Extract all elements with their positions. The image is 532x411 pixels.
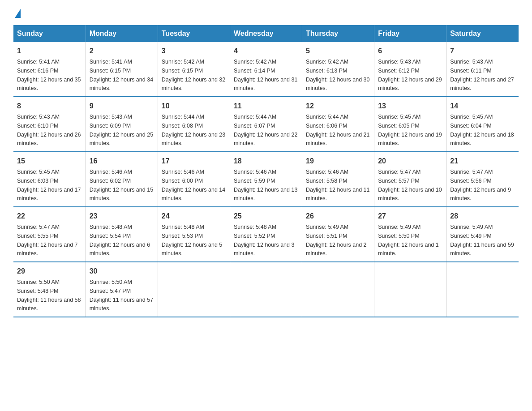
day-info: Sunrise: 5:44 AMSunset: 6:08 PMDaylight:… <box>162 114 225 146</box>
day-number: 8 <box>17 101 82 111</box>
calendar-header-row: SundayMondayTuesdayWednesdayThursdayFrid… <box>13 25 519 42</box>
day-number: 21 <box>450 156 515 167</box>
calendar-cell: 29 Sunrise: 5:50 AMSunset: 5:48 PMDaylig… <box>13 262 86 317</box>
day-number: 13 <box>378 101 442 111</box>
day-number: 11 <box>234 101 298 111</box>
day-number: 19 <box>306 156 370 167</box>
day-info: Sunrise: 5:43 AMSunset: 6:12 PMDaylight:… <box>378 59 442 91</box>
day-info: Sunrise: 5:44 AMSunset: 6:07 PMDaylight:… <box>234 114 297 146</box>
calendar-cell: 1 Sunrise: 5:41 AMSunset: 6:16 PMDayligh… <box>13 42 86 97</box>
day-info: Sunrise: 5:44 AMSunset: 6:06 PMDaylight:… <box>306 114 369 146</box>
day-info: Sunrise: 5:46 AMSunset: 6:00 PMDaylight:… <box>162 169 225 201</box>
day-info: Sunrise: 5:50 AMSunset: 5:48 PMDaylight:… <box>17 279 81 312</box>
day-info: Sunrise: 5:43 AMSunset: 6:10 PMDaylight:… <box>17 114 81 146</box>
calendar-cell: 4 Sunrise: 5:42 AMSunset: 6:14 PMDayligh… <box>230 42 302 97</box>
day-number: 6 <box>378 46 442 56</box>
page-header <box>13 9 519 16</box>
calendar-cell: 21 Sunrise: 5:47 AMSunset: 5:56 PMDaylig… <box>446 152 519 207</box>
day-number: 1 <box>17 46 82 56</box>
calendar-cell: 3 Sunrise: 5:42 AMSunset: 6:15 PMDayligh… <box>158 42 230 97</box>
day-number: 26 <box>306 211 370 222</box>
day-info: Sunrise: 5:47 AMSunset: 5:57 PMDaylight:… <box>378 169 442 201</box>
day-number: 4 <box>234 46 298 56</box>
day-info: Sunrise: 5:48 AMSunset: 5:53 PMDaylight:… <box>162 224 223 257</box>
calendar-cell: 17 Sunrise: 5:46 AMSunset: 6:00 PMDaylig… <box>158 152 230 207</box>
day-number: 2 <box>90 46 154 56</box>
day-info: Sunrise: 5:45 AMSunset: 6:04 PMDaylight:… <box>450 114 514 146</box>
calendar-cell: 15 Sunrise: 5:45 AMSunset: 6:03 PMDaylig… <box>13 152 86 207</box>
calendar-cell: 7 Sunrise: 5:43 AMSunset: 6:11 PMDayligh… <box>446 42 519 97</box>
day-number: 15 <box>17 156 82 167</box>
day-number: 7 <box>450 46 515 56</box>
day-number: 14 <box>450 101 515 111</box>
day-info: Sunrise: 5:42 AMSunset: 6:14 PMDaylight:… <box>234 59 297 91</box>
calendar-table: SundayMondayTuesdayWednesdayThursdayFrid… <box>13 25 519 317</box>
calendar-cell <box>230 262 302 317</box>
calendar-cell: 16 Sunrise: 5:46 AMSunset: 6:02 PMDaylig… <box>86 152 158 207</box>
calendar-cell: 8 Sunrise: 5:43 AMSunset: 6:10 PMDayligh… <box>13 97 86 152</box>
day-number: 18 <box>234 156 298 167</box>
day-info: Sunrise: 5:48 AMSunset: 5:52 PMDaylight:… <box>234 224 295 257</box>
day-number: 5 <box>306 46 370 56</box>
day-info: Sunrise: 5:49 AMSunset: 5:51 PMDaylight:… <box>306 224 367 257</box>
day-number: 9 <box>90 101 154 111</box>
day-info: Sunrise: 5:41 AMSunset: 6:15 PMDaylight:… <box>90 59 153 91</box>
column-header-thursday: Thursday <box>302 25 374 42</box>
calendar-cell: 22 Sunrise: 5:47 AMSunset: 5:55 PMDaylig… <box>13 207 86 262</box>
day-number: 17 <box>162 156 226 167</box>
calendar-cell <box>158 262 230 317</box>
calendar-cell: 27 Sunrise: 5:49 AMSunset: 5:50 PMDaylig… <box>374 207 446 262</box>
logo <box>13 9 21 16</box>
column-header-friday: Friday <box>374 25 446 42</box>
day-info: Sunrise: 5:43 AMSunset: 6:09 PMDaylight:… <box>90 114 153 146</box>
day-number: 3 <box>162 46 226 56</box>
calendar-cell: 14 Sunrise: 5:45 AMSunset: 6:04 PMDaylig… <box>446 97 519 152</box>
calendar-cell: 23 Sunrise: 5:48 AMSunset: 5:54 PMDaylig… <box>86 207 158 262</box>
calendar-cell: 24 Sunrise: 5:48 AMSunset: 5:53 PMDaylig… <box>158 207 230 262</box>
day-number: 12 <box>306 101 370 111</box>
column-header-monday: Monday <box>86 25 158 42</box>
calendar-week-row: 22 Sunrise: 5:47 AMSunset: 5:55 PMDaylig… <box>13 207 519 262</box>
day-info: Sunrise: 5:46 AMSunset: 5:59 PMDaylight:… <box>234 169 297 201</box>
day-info: Sunrise: 5:43 AMSunset: 6:11 PMDaylight:… <box>450 59 514 91</box>
column-header-wednesday: Wednesday <box>230 25 302 42</box>
calendar-cell: 9 Sunrise: 5:43 AMSunset: 6:09 PMDayligh… <box>86 97 158 152</box>
day-number: 27 <box>378 211 442 222</box>
day-number: 28 <box>450 211 515 222</box>
day-number: 10 <box>162 101 226 111</box>
calendar-cell: 19 Sunrise: 5:46 AMSunset: 5:58 PMDaylig… <box>302 152 374 207</box>
day-info: Sunrise: 5:42 AMSunset: 6:13 PMDaylight:… <box>306 59 369 91</box>
calendar-week-row: 29 Sunrise: 5:50 AMSunset: 5:48 PMDaylig… <box>13 262 519 317</box>
calendar-cell: 10 Sunrise: 5:44 AMSunset: 6:08 PMDaylig… <box>158 97 230 152</box>
day-info: Sunrise: 5:46 AMSunset: 6:02 PMDaylight:… <box>90 169 153 201</box>
calendar-week-row: 1 Sunrise: 5:41 AMSunset: 6:16 PMDayligh… <box>13 42 519 97</box>
day-info: Sunrise: 5:49 AMSunset: 5:50 PMDaylight:… <box>378 224 439 257</box>
calendar-cell: 6 Sunrise: 5:43 AMSunset: 6:12 PMDayligh… <box>374 42 446 97</box>
day-number: 22 <box>17 211 82 222</box>
day-number: 24 <box>162 211 226 222</box>
calendar-cell: 25 Sunrise: 5:48 AMSunset: 5:52 PMDaylig… <box>230 207 302 262</box>
day-number: 29 <box>17 266 82 277</box>
calendar-week-row: 15 Sunrise: 5:45 AMSunset: 6:03 PMDaylig… <box>13 152 519 207</box>
calendar-cell: 11 Sunrise: 5:44 AMSunset: 6:07 PMDaylig… <box>230 97 302 152</box>
calendar-cell: 12 Sunrise: 5:44 AMSunset: 6:06 PMDaylig… <box>302 97 374 152</box>
day-info: Sunrise: 5:49 AMSunset: 5:49 PMDaylight:… <box>450 224 514 257</box>
calendar-cell <box>446 262 519 317</box>
calendar-week-row: 8 Sunrise: 5:43 AMSunset: 6:10 PMDayligh… <box>13 97 519 152</box>
day-number: 23 <box>90 211 154 222</box>
day-info: Sunrise: 5:50 AMSunset: 5:47 PMDaylight:… <box>90 279 153 312</box>
day-info: Sunrise: 5:47 AMSunset: 5:55 PMDaylight:… <box>17 224 78 257</box>
calendar-cell: 18 Sunrise: 5:46 AMSunset: 5:59 PMDaylig… <box>230 152 302 207</box>
day-info: Sunrise: 5:45 AMSunset: 6:03 PMDaylight:… <box>17 169 81 201</box>
calendar-cell: 30 Sunrise: 5:50 AMSunset: 5:47 PMDaylig… <box>86 262 158 317</box>
calendar-cell: 20 Sunrise: 5:47 AMSunset: 5:57 PMDaylig… <box>374 152 446 207</box>
day-number: 16 <box>90 156 154 167</box>
calendar-cell: 5 Sunrise: 5:42 AMSunset: 6:13 PMDayligh… <box>302 42 374 97</box>
day-number: 20 <box>378 156 442 167</box>
day-number: 30 <box>90 266 154 277</box>
calendar-cell: 28 Sunrise: 5:49 AMSunset: 5:49 PMDaylig… <box>446 207 519 262</box>
day-info: Sunrise: 5:45 AMSunset: 6:05 PMDaylight:… <box>378 114 442 146</box>
calendar-cell <box>302 262 374 317</box>
day-info: Sunrise: 5:46 AMSunset: 5:58 PMDaylight:… <box>306 169 369 201</box>
column-header-tuesday: Tuesday <box>158 25 230 42</box>
